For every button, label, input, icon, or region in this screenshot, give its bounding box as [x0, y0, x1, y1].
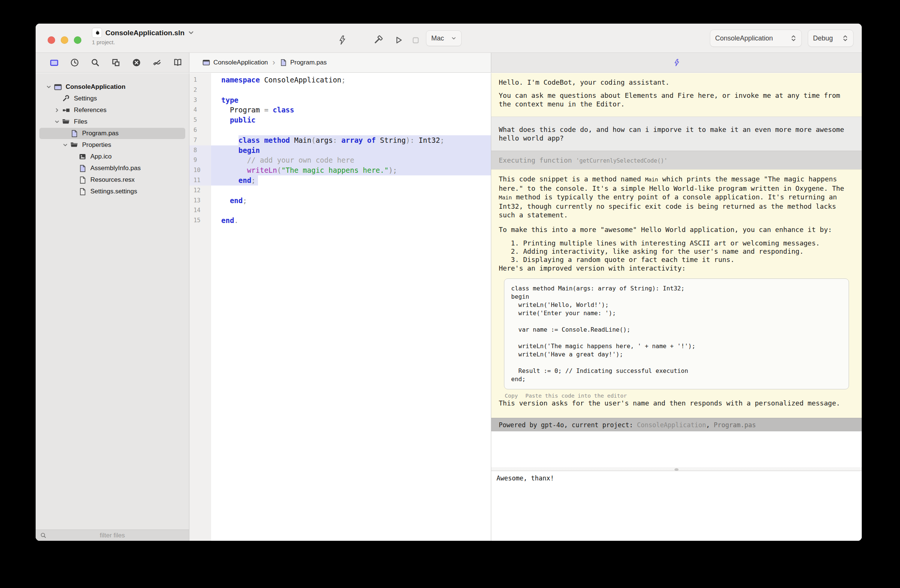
tree-item-properties[interactable]: Properties [39, 139, 185, 151]
hammer-icon [373, 35, 383, 45]
filter-files-input[interactable] [36, 530, 189, 541]
bot-intro-line-2: You can ask me questions about Elements … [499, 91, 854, 108]
current-project-name: ConsoleApplication [637, 421, 706, 429]
tree-item-settings[interactable]: Settings [39, 93, 185, 104]
sidebar-history-tab[interactable] [70, 58, 79, 68]
scheme-selector[interactable]: ConsoleApplication [710, 29, 802, 47]
input-splitter[interactable] [491, 468, 862, 471]
sidebar-search-tab[interactable] [90, 58, 100, 68]
scheme-label: ConsoleApplication [715, 34, 773, 42]
tree-item-app-ico[interactable]: App.ico [39, 151, 185, 162]
status-prefix: Executing function [499, 156, 576, 164]
chevron-down-icon[interactable] [45, 84, 53, 90]
tree-item-settings-settings[interactable]: Settings.settings [39, 186, 185, 197]
codebot-panel: Hello. I'm CodeBot, your coding assistan… [491, 73, 862, 541]
tree-item-files[interactable]: Files [39, 116, 185, 127]
user-message: What does this code do, and how can i im… [491, 116, 862, 151]
sidebar-project-tab[interactable] [49, 58, 59, 68]
tree-item-resources-resx[interactable]: Resources.resx [39, 174, 185, 186]
tree-item-label: ConsoleApplication [66, 83, 126, 91]
code-line-4[interactable]: 4 Program = class [189, 105, 491, 115]
chevron-down-icon[interactable] [61, 142, 69, 148]
tree-item-assemblyinfo-pas[interactable]: AssemblyInfo.pas [39, 162, 185, 174]
up-down-chevrons-icon [842, 34, 848, 42]
sidebar-errors-tab[interactable] [132, 58, 141, 68]
build-button[interactable] [372, 33, 385, 47]
project-count: 1 project. [92, 39, 194, 45]
file-pas-icon [69, 130, 79, 138]
paste-into-editor-link[interactable]: Paste this code into the editor [525, 393, 627, 399]
breadcrumb-project[interactable]: ConsoleApplication [202, 59, 268, 67]
target-selector[interactable]: Mac [426, 30, 462, 46]
code-line-6[interactable]: 6 [189, 125, 491, 135]
bot-intro-line-1: Hello. I'm CodeBot, your coding assistan… [499, 78, 854, 87]
code-text: end; [211, 175, 491, 186]
app-window-icon [202, 59, 210, 67]
code-editor[interactable]: 1namespace ConsoleApplication;23type4 Pr… [189, 73, 491, 541]
code-line-3[interactable]: 3type [189, 95, 491, 105]
tree-item-label: Settings.settings [90, 188, 137, 195]
code-line-8[interactable]: 8 begin [189, 145, 491, 156]
code-line-12[interactable]: 12 [189, 186, 491, 196]
code-line-14[interactable]: 14 [189, 205, 491, 215]
code-line-13[interactable]: 13 end; [189, 196, 491, 206]
answer-list-item: 2.Adding interactivity, like asking for … [499, 248, 854, 255]
run-button[interactable] [392, 33, 405, 47]
code-line-1[interactable]: 1namespace ConsoleApplication; [189, 75, 491, 85]
panel-header-row: ConsoleApplication › Program.pas [36, 53, 862, 73]
tree-item-program-pas[interactable]: Program.pas [39, 128, 185, 139]
suggested-code-block: class method Main(args: array of String)… [504, 279, 849, 389]
code-line-9[interactable]: 9 // add your own code here [189, 155, 491, 165]
document-title-row[interactable]: ConsoleApplication.sln [92, 28, 194, 38]
app-window: ConsoleApplication.sln 1 project. Mac Co… [36, 23, 862, 541]
inline-code: Main [499, 195, 512, 201]
code-line-5[interactable]: 5 public [189, 115, 491, 125]
line-number: 15 [189, 215, 211, 226]
code-line-10[interactable]: 10 writeLn("The magic happens here."); [189, 165, 491, 175]
chat-input[interactable]: Awesome, thanx! [491, 471, 862, 541]
editor-lines: 1namespace ConsoleApplication;23type4 Pr… [189, 73, 491, 226]
line-number: 8 [189, 145, 211, 156]
chevron-right-icon[interactable] [53, 107, 61, 113]
line-number: 5 [189, 115, 211, 125]
sidebar-book-tab[interactable] [173, 58, 183, 68]
breadcrumb-project-label: ConsoleApplication [213, 59, 268, 67]
traffic-lights [48, 36, 81, 44]
code-text: end; [211, 196, 491, 206]
answer-paragraph-2: To make this into a more "awesome" Hello… [499, 225, 854, 234]
code-line-15[interactable]: 15end. [189, 215, 491, 226]
user-message-text: What does this code do, and how can i im… [499, 125, 854, 142]
tree-item-consoleapplication[interactable]: ConsoleApplication [39, 81, 185, 93]
close-button[interactable] [48, 36, 55, 44]
line-number: 2 [189, 85, 211, 95]
code-line-7[interactable]: 7 class method Main(args: array of Strin… [189, 135, 491, 145]
configuration-selector[interactable]: Debug [808, 29, 853, 47]
minimize-button[interactable] [61, 36, 68, 44]
breadcrumb-file[interactable]: Program.pas [280, 59, 327, 67]
answer-numbered-list: 1.Printing multiple lines with interesti… [499, 239, 854, 264]
document-title-block: ConsoleApplication.sln 1 project. [92, 28, 194, 45]
code-text: // add your own code here [211, 155, 491, 165]
code-text [211, 186, 491, 196]
tree-item-references[interactable]: References [39, 105, 185, 116]
codebot-toolbar-button[interactable] [336, 33, 349, 47]
sidebar-copy-tab[interactable] [111, 58, 121, 68]
code-line-11[interactable]: 11 end; [189, 175, 491, 186]
image-icon [78, 153, 87, 161]
sidebar-ignore-tab[interactable] [152, 58, 162, 68]
stop-icon [411, 36, 421, 45]
status-message: Executing function 'getCurrenlySelectedC… [491, 151, 862, 169]
status-function-name: 'getCurrenlySelectedCode()' [576, 158, 667, 164]
code-line-2[interactable]: 2 [189, 85, 491, 95]
tree-item-label: App.ico [90, 153, 112, 160]
copy-link[interactable]: Copy [505, 393, 518, 399]
code-text: type [211, 95, 491, 105]
chevron-down-icon[interactable] [53, 119, 61, 125]
tree-item-label: Resources.resx [90, 176, 135, 184]
stop-button[interactable] [409, 33, 422, 47]
zoom-button[interactable] [74, 36, 81, 44]
answer-paragraph-4: This version asks for the user's name an… [499, 399, 854, 407]
code-text: namespace ConsoleApplication; [211, 75, 491, 85]
current-file-name: Program.pas [714, 421, 756, 429]
wrench-icon [61, 94, 71, 103]
